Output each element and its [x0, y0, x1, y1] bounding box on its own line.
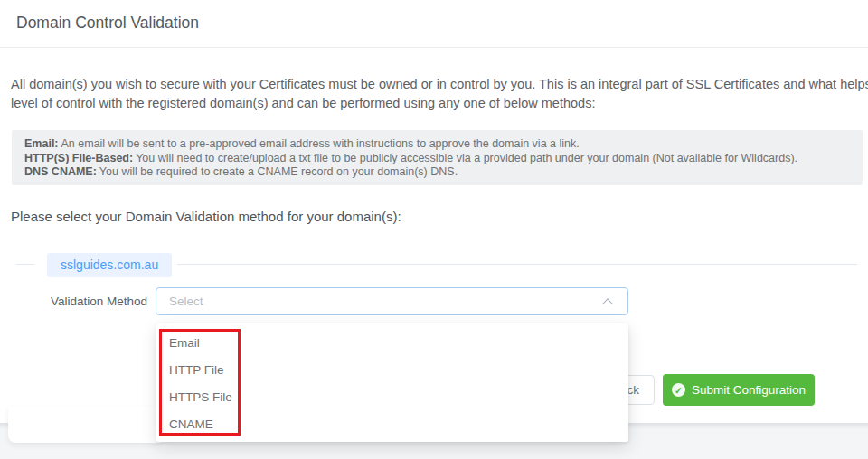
dropdown-option-http-file[interactable]: HTTP File: [156, 357, 628, 384]
info-label-email: Email:: [24, 137, 59, 150]
validation-method-dropdown: Email HTTP File HTTPS File CNAME: [156, 323, 628, 442]
dropdown-option-email[interactable]: Email: [156, 330, 628, 357]
dropdown-option-cname[interactable]: CNAME: [156, 411, 628, 438]
submit-configuration-button[interactable]: ✓ Submit Configuration: [663, 374, 815, 406]
info-label-http-file: HTTP(S) File-Based:: [24, 152, 133, 164]
check-circle-icon: ✓: [672, 383, 685, 397]
validation-method-label: Validation Method: [27, 295, 147, 308]
domain-tab[interactable]: sslguides.com.au: [47, 253, 172, 277]
card-bottom-left-corner: [8, 407, 161, 443]
info-label-dns-cname: DNS CNAME:: [24, 165, 97, 178]
select-method-prompt: Please select your Domain Validation met…: [11, 209, 401, 224]
info-line-http-file: HTTP(S) File-Based:You will need to crea…: [24, 152, 850, 166]
page-title: Domain Control Validation: [16, 14, 199, 33]
header-divider: [0, 47, 868, 48]
info-text-email: An email will be sent to a pre-approved …: [61, 137, 580, 150]
info-text-http-file: You will need to create/upload a txt fil…: [136, 152, 797, 164]
info-text-dns-cname: You will be required to create a CNAME r…: [99, 165, 458, 178]
validation-method-select[interactable]: Select: [156, 287, 628, 315]
chevron-up-icon: [602, 298, 612, 308]
domain-tab-divider-left: [16, 264, 34, 265]
select-placeholder-text: Select: [169, 288, 203, 314]
intro-text-line-1: All domain(s) you wish to secure with yo…: [11, 77, 868, 91]
info-line-email: Email:An email will be sent to a pre-app…: [24, 137, 850, 152]
intro-text-line-2: level of control with the registered dom…: [11, 96, 595, 110]
submit-button-label: Submit Configuration: [692, 383, 806, 397]
validation-methods-info-box: Email:An email will be sent to a pre-app…: [12, 130, 863, 185]
info-line-dns-cname: DNS CNAME:You will be required to create…: [24, 165, 850, 180]
domain-tab-divider-right: [177, 264, 857, 265]
dropdown-option-https-file[interactable]: HTTPS File: [156, 384, 628, 411]
